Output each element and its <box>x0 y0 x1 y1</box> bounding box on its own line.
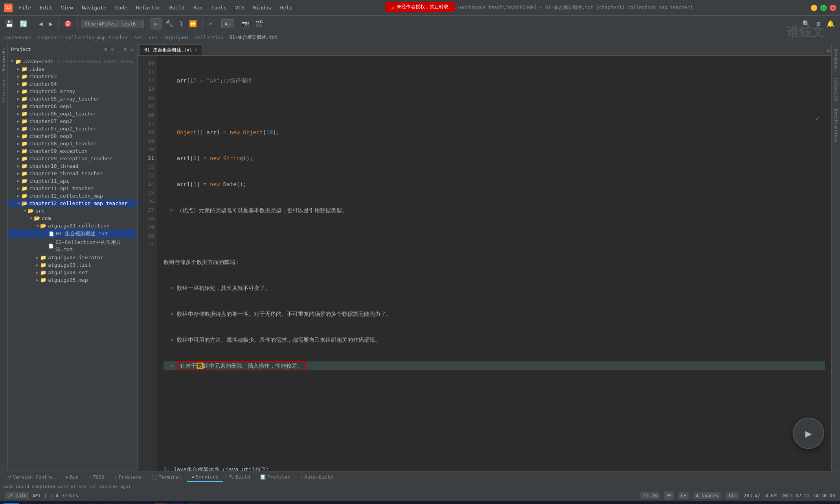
tree-item-ch04[interactable]: ▶📁 chapter04 <box>8 80 137 88</box>
breadcrumb-chapter[interactable]: chapter12_collection_map_teacher <box>37 35 128 40</box>
save-button[interactable]: 💾 <box>3 18 16 29</box>
tree-item-com[interactable]: ▼📂 com <box>8 214 137 222</box>
synchronize-button[interactable]: 🔄 <box>17 18 30 29</box>
tree-item-src[interactable]: ▼📂 src <box>8 207 137 214</box>
menu-edit[interactable]: Edit <box>36 3 56 12</box>
tree-item-atguigu04[interactable]: ▶📁 atguigu04.set <box>8 269 137 276</box>
notifications-tab[interactable]: Notifications <box>833 105 839 147</box>
tree-item-ch09t[interactable]: ▶📁 chapter09_exception_teacher <box>8 155 137 162</box>
menu-help[interactable]: Help <box>276 3 296 12</box>
jclasslib-tab[interactable]: jclasslib <box>833 73 839 105</box>
step-over-button[interactable]: ⤵ <box>177 18 185 29</box>
menu-vcs[interactable]: VCS <box>231 3 248 12</box>
breadcrumb-atguigu[interactable]: atguigu01 <box>164 35 189 40</box>
database-tab[interactable]: Database <box>833 45 839 73</box>
services-tab[interactable]: ⚙ Services <box>187 473 223 482</box>
build-button[interactable]: 🔨 <box>163 18 176 29</box>
editor-tab-close[interactable]: × <box>195 48 198 53</box>
tree-item-ch07t[interactable]: ▶📁 chapter07_oop2_teacher <box>8 125 137 132</box>
tree-item-atguigu02[interactable]: ▶📁 atguigu02.iterator <box>8 254 137 261</box>
problems-tab[interactable]: ⚠ Problems <box>110 473 146 482</box>
menu-file[interactable]: File <box>15 3 35 12</box>
sidebar-settings-btn[interactable]: ⚙ <box>123 46 127 53</box>
tree-item-atguigu03[interactable]: ▶📁 atguigu03.list <box>8 261 137 269</box>
tree-item-ch12t[interactable]: ▼📂 chapter12_collection_map_teacher <box>8 200 137 207</box>
close-button[interactable]: × <box>830 5 836 11</box>
resume-button[interactable]: ⏩ <box>187 18 199 29</box>
video-overlay-button[interactable]: ▶ <box>793 418 824 449</box>
app-logo: IJ <box>4 4 13 12</box>
run-tab[interactable]: ▶ Run <box>61 473 83 482</box>
profiler-label: Profiler <box>267 475 290 480</box>
sidebar-locate-btn[interactable]: ⊕ <box>103 46 108 53</box>
profiler-tab[interactable]: 📊 Profiler <box>255 473 295 482</box>
sidebar-expand-btn[interactable]: ≡ <box>110 46 114 53</box>
editor-settings-icon[interactable]: ⚙ <box>827 48 830 54</box>
version-control-tab[interactable]: ⎇ Version Control <box>2 473 60 482</box>
notifications-button[interactable]: 🔔 <box>824 18 837 29</box>
terminal-tab[interactable]: ⬛ Terminal <box>147 473 186 482</box>
tree-item-file02[interactable]: 📄 02-Collection中的常用方法.txt <box>8 238 137 254</box>
breadcrumb-javascode[interactable]: JavaSECode <box>3 35 31 40</box>
tree-item-ch08[interactable]: ▶📁 chapter08_oop3 <box>8 132 137 140</box>
menu-code[interactable]: Code <box>111 3 131 12</box>
tree-item-ch10[interactable]: ▶📁 chapter10_thread <box>8 162 137 170</box>
video-icon[interactable]: 🎬 <box>253 18 266 29</box>
tree-item-ch11t[interactable]: ▶📁 chapter11_api_teacher <box>8 185 137 192</box>
menu-tools[interactable]: Tools <box>207 3 230 12</box>
tree-item-ch05arr[interactable]: ▶📁 chapter05_array <box>8 88 137 95</box>
taskbar-start-button[interactable]: ⊞ <box>3 503 19 504</box>
status-filetype[interactable]: TXT <box>726 492 739 499</box>
tree-item-ch06[interactable]: ▶📁 chapter06_oop1 <box>8 103 137 110</box>
menu-build[interactable]: Build <box>165 3 189 12</box>
auto-build-tab[interactable]: ⚡ Auto-build <box>296 473 338 482</box>
tree-item-ch12[interactable]: ▶📁 chapter12_collection_map <box>8 192 137 200</box>
menu-view[interactable]: View <box>57 3 77 12</box>
status-position[interactable]: 21:28 <box>640 492 659 499</box>
tree-item-ch11[interactable]: ▶📁 chapter11_api <box>8 177 137 185</box>
menu-navigate[interactable]: Navigate <box>78 3 110 12</box>
search-button[interactable]: 🔍 <box>800 18 812 29</box>
structure-tab[interactable]: Structure <box>0 75 7 105</box>
vcs-branch[interactable]: ⎇ main <box>5 492 29 499</box>
breadcrumb-com[interactable]: com <box>149 35 158 40</box>
tree-item-ch08t[interactable]: ▶📁 chapter08_oop3_teacher <box>8 140 137 147</box>
bookmarks-tab[interactable]: Bookmarks <box>0 45 7 75</box>
tree-item-ch03[interactable]: ▶📁 chapter03 <box>8 73 137 80</box>
todo-tab[interactable]: ☑ TODO <box>84 473 109 482</box>
camera-icon[interactable]: 📷 <box>239 18 252 29</box>
breadcrumb-src[interactable]: src <box>134 35 143 40</box>
sidebar-collapse-btn[interactable]: — <box>116 46 121 53</box>
tree-item-atguigu05[interactable]: ▶📁 atguigu05.map <box>8 276 137 284</box>
breadcrumb-collection[interactable]: collection <box>195 35 223 40</box>
back-button[interactable]: ◀ <box>37 18 45 29</box>
tree-item-idea[interactable]: ▶ 📁 .idea <box>8 65 137 73</box>
status-line-ending[interactable]: LF <box>678 492 689 499</box>
forward-button[interactable]: ▶ <box>47 18 55 29</box>
menu-run[interactable]: Run <box>189 3 206 12</box>
tree-item-atguigu01[interactable]: ▼📂 atguigu01.collection <box>8 222 137 229</box>
status-encoding[interactable]: 中 <box>664 491 674 500</box>
sidebar-close-btn[interactable]: × <box>129 46 134 53</box>
minimize-button[interactable]: _ <box>811 5 817 11</box>
settings-button[interactable]: ⚙ <box>814 18 823 29</box>
maximize-button[interactable]: □ <box>820 5 827 11</box>
build-tab[interactable]: 🔨 Build <box>224 473 255 482</box>
more-button[interactable]: ⋯ <box>206 18 215 29</box>
menu-refactor[interactable]: Refactor <box>132 3 165 12</box>
menu-window[interactable]: Window <box>249 3 276 12</box>
translate-button[interactable]: A→ <box>221 19 235 28</box>
tree-root[interactable]: ▶ 📁 JavaSECode D:\code\workspace_teach\J… <box>8 58 137 65</box>
editor-tab-active[interactable]: 01-集合框架概述.txt × <box>139 44 203 55</box>
run-button[interactable]: ▶ <box>151 18 162 29</box>
status-indent[interactable]: 4 spaces <box>693 492 721 499</box>
target-button[interactable]: 🎯 <box>62 18 74 29</box>
tree-item-ch05t[interactable]: ▶📁 chapter05_array_teacher <box>8 95 137 103</box>
run-config-dropdown[interactable]: OtherAPITest.test6 <box>81 20 144 28</box>
tree-item-ch07[interactable]: ▶📁 chapter07_oop2 <box>8 117 137 125</box>
tree-item-ch09[interactable]: ▶📁 chapter09_exception <box>8 147 137 155</box>
code-content[interactable]: arr[1] = "AA";//编译报错 Object[] arr1 = new… <box>157 56 831 471</box>
tree-item-ch06t[interactable]: ▶📁 chapter06_oop1_teacher <box>8 110 137 117</box>
tree-item-ch10t[interactable]: ▶📁 chapter10_thread_teacher <box>8 170 137 177</box>
tree-item-file01[interactable]: 📄 01-集合框架概述.txt <box>8 229 137 238</box>
